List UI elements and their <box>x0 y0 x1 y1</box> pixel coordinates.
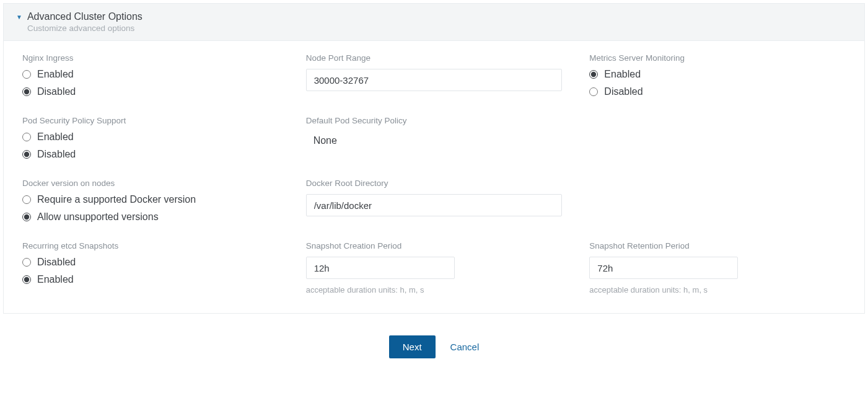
psp-disabled-radio[interactable] <box>22 150 31 159</box>
nginx-disabled-radio[interactable] <box>22 87 31 96</box>
docker-version-group: Docker version on nodes Require a suppor… <box>16 179 285 223</box>
etcd-enabled-radio[interactable] <box>22 275 31 284</box>
metrics-enabled-radio[interactable] <box>589 70 598 79</box>
snapshot-creation-group: Snapshot Creation Period acceptable dura… <box>300 241 569 294</box>
docker-root-group: Docker Root Directory <box>300 179 569 223</box>
docker-require-radio[interactable] <box>22 195 31 204</box>
psp-support-label: Pod Security Policy Support <box>22 116 279 125</box>
etcd-disabled-label[interactable]: Disabled <box>37 257 76 268</box>
snapshot-creation-help: acceptable duration units: h, m, s <box>306 285 563 294</box>
footer-actions: Next Cancel <box>0 317 868 358</box>
snapshot-retention-input[interactable] <box>589 257 738 279</box>
panel-subtitle: Customize advanced options <box>27 24 142 33</box>
docker-root-label: Docker Root Directory <box>306 179 563 188</box>
advanced-cluster-panel: ▼ Advanced Cluster Options Customize adv… <box>3 3 865 314</box>
nginx-ingress-label: Nginx Ingress <box>22 53 279 63</box>
docker-allow-label[interactable]: Allow unsupported versions <box>37 211 159 223</box>
psp-disabled-label[interactable]: Disabled <box>37 149 76 160</box>
snapshot-creation-input[interactable] <box>306 257 455 279</box>
next-button[interactable]: Next <box>389 335 436 358</box>
metrics-server-group: Metrics Server Monitoring Enabled Disabl… <box>583 53 852 97</box>
etcd-snapshots-group: Recurring etcd Snapshots Disabled Enable… <box>16 241 285 294</box>
nginx-enabled-label[interactable]: Enabled <box>37 69 74 80</box>
cancel-link[interactable]: Cancel <box>450 342 480 352</box>
node-port-range-input[interactable] <box>306 69 563 91</box>
nginx-ingress-group: Nginx Ingress Enabled Disabled <box>16 53 285 97</box>
etcd-snapshots-label: Recurring etcd Snapshots <box>22 241 279 250</box>
snapshot-retention-label: Snapshot Retention Period <box>589 241 846 250</box>
snapshot-retention-help: acceptable duration units: h, m, s <box>589 285 846 294</box>
metrics-disabled-radio[interactable] <box>589 87 598 96</box>
docker-allow-radio[interactable] <box>22 213 31 221</box>
metrics-server-label: Metrics Server Monitoring <box>589 53 846 63</box>
nginx-enabled-radio[interactable] <box>22 70 31 79</box>
psp-enabled-label[interactable]: Enabled <box>37 131 74 143</box>
psp-support-group: Pod Security Policy Support Enabled Disa… <box>16 116 285 160</box>
node-port-range-group: Node Port Range <box>300 53 569 97</box>
snapshot-retention-group: Snapshot Retention Period acceptable dur… <box>583 241 852 294</box>
docker-require-label[interactable]: Require a supported Docker version <box>37 194 196 205</box>
psp-enabled-radio[interactable] <box>22 133 31 141</box>
panel-title: Advanced Cluster Options <box>27 11 142 22</box>
docker-version-label: Docker version on nodes <box>22 179 279 188</box>
default-psp-label: Default Pod Security Policy <box>306 116 563 125</box>
nginx-disabled-label[interactable]: Disabled <box>37 86 76 97</box>
metrics-disabled-label[interactable]: Disabled <box>604 86 642 97</box>
etcd-disabled-radio[interactable] <box>22 258 31 267</box>
snapshot-creation-label: Snapshot Creation Period <box>306 241 563 250</box>
collapse-caret-icon[interactable]: ▼ <box>16 14 22 20</box>
node-port-range-label: Node Port Range <box>306 53 563 63</box>
default-psp-group: Default Pod Security Policy None <box>300 116 569 160</box>
docker-root-input[interactable] <box>306 194 563 216</box>
panel-body: Nginx Ingress Enabled Disabled Node Port… <box>4 41 864 313</box>
metrics-enabled-label[interactable]: Enabled <box>604 69 641 80</box>
panel-header: ▼ Advanced Cluster Options Customize adv… <box>4 4 864 41</box>
default-psp-value: None <box>306 131 563 150</box>
etcd-enabled-label[interactable]: Enabled <box>37 274 74 285</box>
